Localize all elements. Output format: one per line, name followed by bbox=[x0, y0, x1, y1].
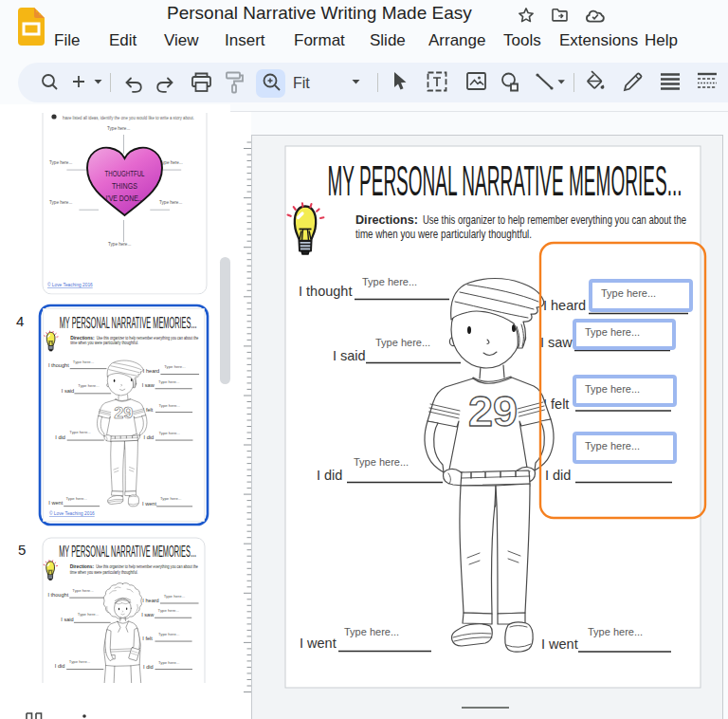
svg-text:I'VE DONE...: I'VE DONE... bbox=[106, 194, 144, 203]
svg-text:© Love Teaching 2016: © Love Teaching 2016 bbox=[47, 282, 93, 287]
svg-text:Type here...: Type here... bbox=[585, 440, 640, 452]
svg-text:have listed all ideas, identif: have listed all ideas, identify the one … bbox=[63, 116, 194, 120]
svg-text:THINGS: THINGS bbox=[112, 181, 137, 191]
svg-text:Type here...: Type here... bbox=[49, 160, 72, 165]
svg-text:THOUGHTFUL: THOUGHTFUL bbox=[105, 169, 145, 178]
svg-text:Type here...: Type here... bbox=[107, 126, 130, 131]
svg-text:© Love Teaching 2016: © Love Teaching 2016 bbox=[49, 510, 95, 516]
svg-text:Type here...: Type here... bbox=[601, 287, 656, 299]
svg-text:Type here...: Type here... bbox=[49, 200, 72, 205]
svg-text:Type here...: Type here... bbox=[585, 383, 640, 395]
svg-text:Type here...: Type here... bbox=[585, 326, 640, 338]
svg-text:Type here...: Type here... bbox=[160, 160, 183, 165]
svg-text:Type here...: Type here... bbox=[108, 242, 131, 247]
svg-text:Type here...: Type here... bbox=[159, 200, 182, 205]
